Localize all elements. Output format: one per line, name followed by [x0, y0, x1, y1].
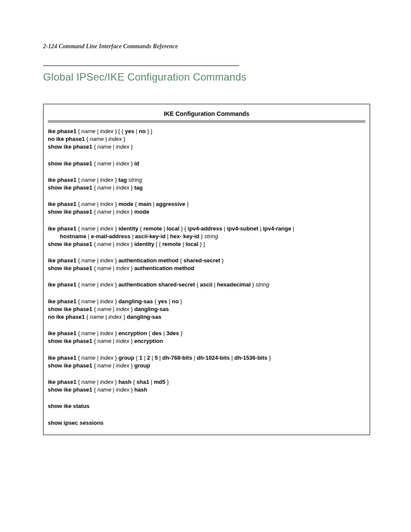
- text: {: [92, 338, 97, 344]
- text: |: [212, 281, 217, 288]
- text: |: [111, 306, 116, 312]
- text: }: [122, 136, 125, 142]
- text: {: [178, 257, 184, 264]
- keyword: authentication shared-secret: [118, 281, 195, 288]
- variable: index: [109, 136, 122, 142]
- text: {: [92, 184, 97, 191]
- keyword: mode: [118, 201, 134, 207]
- title-rule: [43, 65, 239, 66]
- keyword: ike phase1: [48, 128, 77, 134]
- text: {: [77, 177, 82, 183]
- variable: index: [100, 355, 113, 361]
- text: |: [149, 379, 154, 385]
- blocks-container: ike phase1 { name | index } [ { yes | no…: [48, 128, 365, 427]
- text: |: [111, 160, 116, 167]
- keyword: yes: [158, 298, 168, 305]
- keyword: show ike phase1: [48, 160, 92, 167]
- variable: name: [97, 386, 112, 393]
- text: |: [111, 241, 116, 247]
- variable: index: [100, 330, 113, 336]
- text: |: [258, 225, 263, 232]
- keyword: 3des: [166, 330, 179, 336]
- command-line: show ike phase1 { name | index } danglin…: [48, 305, 365, 313]
- text: {: [77, 355, 82, 361]
- keyword: show ike status: [48, 403, 90, 409]
- keyword: show ike phase1: [48, 338, 92, 344]
- keyword: identity: [134, 241, 154, 247]
- text: |: [162, 330, 166, 336]
- keyword: ipv4-address: [188, 225, 222, 232]
- text: }: [113, 355, 118, 361]
- text: }: [122, 314, 127, 320]
- variable: name: [90, 136, 104, 142]
- text: {: [195, 281, 200, 288]
- text: }: [129, 160, 134, 167]
- variable: index: [116, 184, 129, 191]
- text: }: [268, 355, 271, 361]
- variable: string: [128, 177, 142, 183]
- keyword: hash: [134, 386, 147, 393]
- text: |: [167, 298, 172, 305]
- keyword: local: [167, 225, 180, 232]
- text: |: [111, 184, 116, 191]
- variable: index: [116, 208, 129, 215]
- variable: index: [116, 362, 129, 369]
- text: }: [129, 208, 134, 215]
- text: {: [138, 225, 143, 232]
- text: |: [181, 241, 186, 247]
- document-page: 2-124 Command Line Interface Commands Re…: [0, 0, 411, 461]
- command-block: ike phase1 { name | index } authenticati…: [48, 257, 365, 272]
- command-line: show ike phase1 { name | index } authent…: [48, 264, 365, 272]
- variable: name: [97, 338, 112, 344]
- text: {: [77, 201, 82, 207]
- keyword: tag: [134, 184, 143, 191]
- command-line: show ike status: [48, 402, 365, 410]
- variable: name: [97, 241, 112, 247]
- text: {: [77, 330, 82, 336]
- command-line: hostname | e-mail-address | ascii-key-id…: [48, 233, 365, 240]
- variable: name: [97, 362, 112, 369]
- text: |: [104, 314, 109, 320]
- command-line: show ike phase1 { name | index } encrypt…: [48, 337, 365, 345]
- command-line: no ike phase1 { name | index }: [48, 135, 365, 143]
- keyword: show ike phase1: [48, 208, 92, 215]
- keyword: show ike phase1: [48, 386, 92, 393]
- variable: name: [81, 128, 96, 134]
- variable: index: [100, 298, 113, 305]
- text: }: [199, 233, 205, 240]
- text: |: [111, 208, 116, 215]
- command-line: ike phase1 { name | index } encryption {…: [48, 330, 365, 337]
- keyword: show ike phase1: [48, 143, 92, 150]
- text: {: [92, 208, 97, 215]
- text: {: [92, 143, 97, 150]
- keyword: main: [138, 201, 151, 207]
- text: }: [113, 281, 118, 288]
- text: {: [92, 386, 97, 393]
- text: |: [96, 128, 100, 134]
- keyword: encryption: [118, 330, 147, 336]
- text: |: [143, 355, 147, 361]
- keyword: dangling-sas: [118, 298, 153, 305]
- box-double-rule-top: [48, 121, 365, 121]
- text: {: [92, 362, 97, 369]
- keyword: show ike phase1: [48, 306, 92, 312]
- variable: name: [81, 225, 96, 232]
- keyword: ike phase1: [48, 201, 77, 207]
- command-line: show ike phase1 { name | index } identit…: [48, 240, 365, 248]
- keyword: remote: [143, 225, 162, 232]
- text: {: [153, 298, 158, 305]
- text: |: [96, 177, 100, 183]
- variable: name: [97, 306, 112, 312]
- variable: name: [81, 201, 96, 207]
- command-line: ike phase1 { name | index } tag string: [48, 176, 365, 184]
- text: } [ {: [113, 128, 125, 134]
- variable: index: [109, 314, 122, 320]
- section-title: Global IPSec/IKE Configuration Commands: [43, 71, 370, 83]
- text: {: [77, 298, 82, 305]
- keyword: ascii: [200, 281, 212, 288]
- command-line: show ipsec sessions: [48, 419, 365, 427]
- keyword: hostname: [60, 233, 86, 240]
- text: |: [96, 355, 100, 361]
- variable: name: [97, 184, 112, 191]
- variable: index: [116, 306, 129, 312]
